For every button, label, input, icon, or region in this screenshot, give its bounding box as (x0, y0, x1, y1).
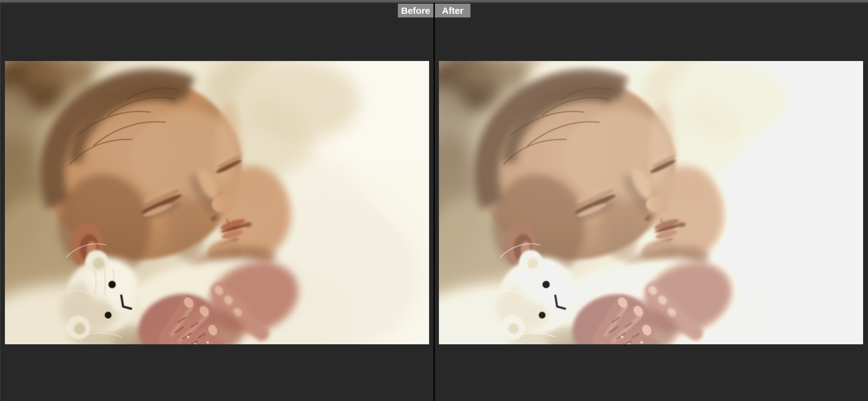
after-view-button[interactable]: After (435, 4, 470, 18)
window-left-edge (0, 3, 1, 401)
before-photo[interactable] (5, 61, 429, 344)
after-photo[interactable] (439, 61, 863, 344)
app-window: Before After (0, 0, 868, 401)
before-view-button[interactable]: Before (398, 4, 433, 18)
pane-divider (433, 3, 435, 401)
